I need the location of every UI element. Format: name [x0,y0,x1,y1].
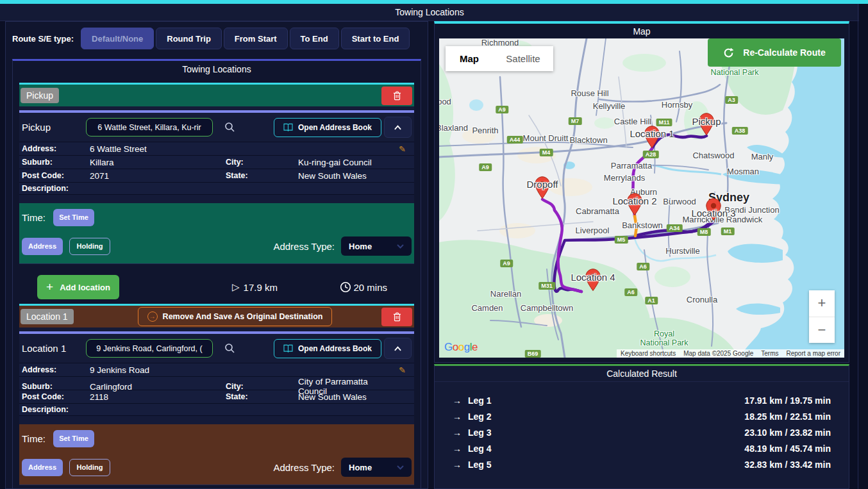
time-label: Time: [22,433,46,444]
leg-arrow-icon: → [453,411,462,422]
google-logo-letter: G [444,341,453,353]
route-type-round-trip[interactable]: Round Trip [156,28,222,49]
recalculate-route-button[interactable]: Re-Calculate Route [708,38,841,67]
trash-icon [393,91,401,101]
address-label: Address: [22,365,90,374]
map-pin-label: Location 1 [630,128,674,139]
attribution-item[interactable]: Report a map error [783,349,844,358]
remove-save-original-button[interactable]: →Remove And Save As Original Destination [138,307,333,326]
route-type-default-none[interactable]: Default/None [81,28,154,49]
address-type-select[interactable]: Home [341,458,412,477]
location-card-location-1: Location 1 →Remove And Save As Original … [19,304,414,485]
description-field[interactable] [19,194,414,203]
map-place-label: Chatswood [692,151,734,160]
edit-pencil-icon[interactable]: ✎ [399,365,414,375]
suburb-value: Killara [90,158,226,167]
collapse-card-button[interactable] [384,117,412,138]
leg-row: →Leg 323.10 km / 23.82 min [453,424,831,440]
collapse-card-button[interactable] [384,338,412,359]
map-place-label: Rouse Hill [571,88,608,98]
distance-icon: ▷ [232,281,240,293]
road-badge-a34: A34 [667,224,683,232]
attribution-item[interactable]: Terms [757,349,782,358]
postcode-label: Post Code: [22,392,90,401]
holding-tab-button[interactable]: Holding [69,238,110,255]
google-logo-letter: o [458,341,464,353]
chevron-down-icon [397,244,404,249]
map-panel-title: Map [435,24,849,38]
road-badge-a9: A9 [496,106,508,113]
address-type-value: Home [349,463,372,472]
address-search-input[interactable] [86,118,213,137]
route-type-from-start[interactable]: From Start [224,28,288,49]
map-place-label: Blacktown [569,135,607,145]
google-logo-letter: e [472,341,478,353]
map-place-label: ood [439,97,451,106]
address-book-icon [283,344,293,352]
route-type-label: Route S/E type: [12,34,74,44]
map-place-label: Cabramatta [576,206,619,216]
road-badge-a6: A6 [637,263,649,270]
open-address-book-button[interactable]: Open Address Book [274,118,381,137]
set-time-button[interactable]: Set Time [53,209,94,226]
leg-value: 17.91 km / 19.75 min [744,395,831,406]
location-search-row: Location 1 Open Address Book [19,334,414,363]
map-pin-label: Location 2 [612,195,656,206]
map-place-label: Liverpool [576,226,610,235]
suburb-value: Carlingford [90,382,226,392]
map-place-label: Hurstville [665,246,699,256]
leg-value: 32.83 km / 33.42 min [744,460,831,470]
holding-tab-button[interactable]: Holding [69,459,110,476]
address-type-select[interactable]: Home [341,236,412,256]
map-place-label: Mount Druitt [523,133,569,143]
state-label: State: [226,392,298,401]
location-card-pickup: Pickup Pickup Open Address Book Address:… [19,83,414,264]
map-park-label: National Park [710,68,758,77]
leg-value: 23.10 km / 23.82 min [744,427,831,438]
map-attribution: Keyboard shortcutsMap data ©2025 GoogleT… [617,349,844,358]
segment-duration: 20 mins [340,281,387,293]
attribution-item[interactable]: Map data ©2025 Google [680,349,757,358]
zoom-in-button[interactable]: + [809,290,835,317]
map-pin-label: Dropoff [527,179,558,190]
location-badge: Pickup [21,88,59,103]
leg-arrow-icon: → [453,443,462,454]
address-tab-button[interactable]: Address [22,238,63,255]
leg-label: Leg 3 [468,427,492,438]
map-pin-label: Location 3 [691,208,735,219]
attribution-item[interactable]: Keyboard shortcuts [617,349,680,358]
route-type-start-to-end[interactable]: Start to End [341,28,410,49]
delete-location-button[interactable] [381,87,412,105]
edit-pencil-icon[interactable]: ✎ [399,144,414,154]
road-badge-m31: M31 [538,282,555,290]
address-tab-button[interactable]: Address [22,459,63,476]
remove-save-original-label: Remove And Save As Original Destination [163,312,323,321]
map-place-label: Blaxland [439,123,468,133]
state-value: New South Wales [298,392,399,402]
plus-icon: + [46,280,53,294]
leg-row: →Leg 448.19 km / 45.74 min [453,440,831,456]
leg-arrow-icon: → [453,427,462,438]
road-badge-a38: A38 [732,127,748,135]
map-place-label: Burwood [663,197,696,206]
description-label: Description: [22,184,90,193]
postcode-value: 2118 [90,392,226,402]
search-button[interactable] [224,122,235,133]
address-type-label: Address Type: [273,462,335,473]
address-search-input[interactable] [86,339,213,358]
set-time-button[interactable]: Set Time [53,430,94,447]
route-type-to-end[interactable]: To End [290,28,339,49]
map-place-label: Bankstown [622,220,663,230]
map-canvas[interactable]: RichmondoodRouse HillKellyvilleCastle Hi… [439,38,844,358]
delete-location-button[interactable] [381,308,412,326]
segment-distance: ▷17.9 km [232,281,278,293]
description-field[interactable] [19,415,414,424]
add-location-button[interactable]: +Add location [37,275,119,299]
search-button[interactable] [224,343,235,354]
leg-label: Leg 5 [468,460,492,470]
zoom-out-button[interactable]: − [809,317,835,344]
map-type-map-button[interactable]: Map [446,46,493,71]
map-type-satellite-button[interactable]: Satellite [493,46,553,71]
open-address-book-button[interactable]: Open Address Book [274,339,381,358]
segment-duration-value: 20 mins [353,282,387,293]
